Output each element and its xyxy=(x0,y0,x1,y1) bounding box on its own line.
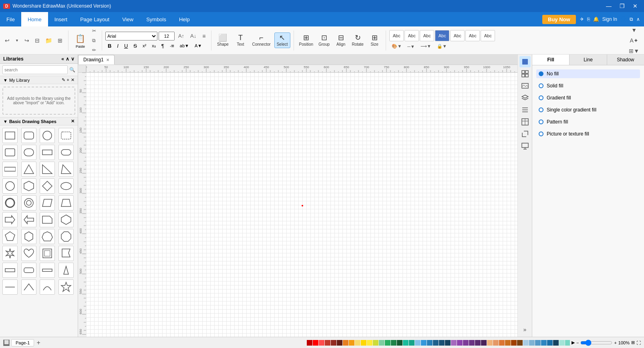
palette-color-a04000[interactable] xyxy=(511,340,517,346)
shape-rect-cut[interactable] xyxy=(40,212,55,227)
palette-color-85c1e9[interactable] xyxy=(415,340,421,346)
right-icon-table[interactable] xyxy=(519,116,531,127)
search-input[interactable] xyxy=(2,65,68,74)
shape-triangle1[interactable] xyxy=(21,162,36,177)
shape-arrow-tri2[interactable] xyxy=(21,212,36,227)
shape-rect-frame[interactable] xyxy=(40,246,55,261)
palette-color-922b21[interactable] xyxy=(331,340,336,346)
account-icon[interactable]: 👤 xyxy=(620,16,626,22)
shape-stadium[interactable] xyxy=(58,145,74,160)
close-shapes-button[interactable]: ✕ xyxy=(71,119,74,124)
fit-page-button[interactable]: ⊞ xyxy=(631,340,635,345)
palette-color-f39c12[interactable] xyxy=(349,340,354,346)
sign-in-label[interactable]: Sign In xyxy=(602,16,617,22)
palette-color-17a589[interactable] xyxy=(409,340,415,346)
tab-shadow[interactable]: Shadow xyxy=(607,55,644,65)
paste-button[interactable]: 📋 xyxy=(72,32,89,45)
shape-diamond[interactable] xyxy=(40,178,55,194)
palette-color-f0b27a[interactable] xyxy=(487,340,493,346)
bold-button[interactable]: B xyxy=(105,42,114,50)
text-tool-button[interactable]: T Text xyxy=(232,33,248,48)
shapes-arrow[interactable]: ▼ xyxy=(3,119,8,124)
palette-color-4a235a[interactable] xyxy=(481,340,487,346)
right-icon-layers[interactable] xyxy=(519,92,531,103)
open-button[interactable]: 📁 xyxy=(43,36,54,45)
fill-color-button[interactable]: 🎨▼ xyxy=(389,42,404,51)
fill-option-none[interactable]: No fill xyxy=(536,69,640,78)
titlebar-controls[interactable]: — ❐ ✕ xyxy=(603,2,641,10)
style-swatch-1[interactable]: Abc xyxy=(389,30,404,41)
my-library-arrow[interactable]: ▼ xyxy=(3,78,8,83)
bullets-button[interactable]: ·≡ xyxy=(167,42,177,50)
scroll-up-button[interactable]: ∧ xyxy=(66,56,69,62)
menu-file[interactable]: File xyxy=(0,12,21,26)
shape-ring[interactable] xyxy=(21,195,36,210)
palette-color-1abc9c[interactable] xyxy=(403,340,409,346)
format-painter-button[interactable]: ✏ xyxy=(90,46,99,55)
palette-color-2e86c1[interactable] xyxy=(541,340,547,346)
fill-option-picture[interactable]: Picture or texture fill xyxy=(536,129,640,138)
shape-hexagon6[interactable] xyxy=(21,229,36,244)
scroll-down-button[interactable]: ∨ xyxy=(71,56,74,62)
page-tab-1[interactable]: Page-1 xyxy=(11,339,34,346)
tab-line[interactable]: Line xyxy=(570,55,607,65)
palette-color-a9cce3[interactable] xyxy=(523,340,529,346)
size-button[interactable]: ⊞ Size xyxy=(366,33,382,48)
palette-color-e59866[interactable] xyxy=(493,340,499,346)
effects-button[interactable]: A✦ xyxy=(626,36,642,45)
undo-button[interactable]: ↩ xyxy=(2,36,12,45)
palette-color-641e16[interactable] xyxy=(337,340,342,346)
zoom-in-button[interactable]: + xyxy=(614,340,616,345)
fill-option-gradient[interactable]: Gradient fill xyxy=(536,93,640,102)
shape-ellipse[interactable] xyxy=(58,178,74,194)
style-swatch-2[interactable]: Abc xyxy=(405,30,419,41)
position-button[interactable]: ⊞ Position xyxy=(297,33,316,48)
fill-option-pattern[interactable]: Pattern fill xyxy=(536,117,640,126)
palette-color-f7dc6f[interactable] xyxy=(355,340,360,346)
extensions-icon[interactable]: ⧉ xyxy=(630,16,633,22)
palette-color-ffd700[interactable] xyxy=(361,340,366,346)
palette-color-3498db[interactable] xyxy=(421,340,427,346)
more-undo-button[interactable]: ⊞ xyxy=(55,36,65,45)
right-icon-image[interactable] xyxy=(519,80,531,91)
shape-star6[interactable] xyxy=(2,246,18,261)
share-icon[interactable]: ⎘ xyxy=(587,16,590,22)
cut-button[interactable]: ✂ xyxy=(90,26,99,35)
edit-library-button[interactable]: ✎ xyxy=(62,77,65,83)
align-button[interactable]: ⊟ Align xyxy=(333,33,349,48)
font-family-select[interactable]: Arial xyxy=(105,32,157,40)
italic-button[interactable]: I xyxy=(115,42,121,50)
palette-color-5b2c6f[interactable] xyxy=(475,340,481,346)
shape-diamond2[interactable] xyxy=(58,212,74,227)
palette-color-1f618d[interactable] xyxy=(433,340,439,346)
shape-triangle3[interactable] xyxy=(58,162,74,177)
shape-circle2[interactable] xyxy=(2,195,18,210)
shape-rounded-rect[interactable] xyxy=(21,128,36,143)
palette-color-5499c7[interactable] xyxy=(535,340,541,346)
add-page-button[interactable]: + xyxy=(36,339,40,346)
highlight-dropdown[interactable]: A▼ xyxy=(192,42,204,49)
group-button[interactable]: ⊡ Group xyxy=(316,33,332,48)
shape-hexagon[interactable] xyxy=(21,178,36,194)
shape-rectangle[interactable] xyxy=(2,128,18,143)
collapse-libraries-button[interactable]: « xyxy=(61,56,64,62)
shape-triangle2[interactable] xyxy=(40,162,55,177)
palette-color-784212[interactable] xyxy=(517,340,523,346)
font-decrease-button[interactable]: A↓ xyxy=(188,31,199,40)
shape-star5[interactable] xyxy=(58,279,74,295)
right-icon-presentation[interactable] xyxy=(519,140,531,152)
palette-color-7dcea0[interactable] xyxy=(379,340,384,346)
shape-octagon[interactable] xyxy=(58,229,74,244)
style-swatch-3[interactable]: Abc xyxy=(420,30,434,41)
strikethrough-button[interactable]: S xyxy=(131,42,139,50)
style-swatch-4[interactable]: Abc xyxy=(435,30,449,41)
right-icon-list[interactable] xyxy=(519,104,531,115)
arrange-more-button[interactable]: ⊞▼ xyxy=(626,46,642,56)
palette-color-ca6f1e[interactable] xyxy=(505,340,511,346)
zoom-out-button[interactable]: − xyxy=(576,340,579,345)
font-increase-button[interactable]: A↑ xyxy=(176,31,187,40)
right-icon-crop[interactable] xyxy=(519,128,531,140)
palette-color-76d7c4[interactable] xyxy=(565,340,570,346)
copy-button[interactable]: ⧉ xyxy=(90,36,99,45)
palette-color-154360[interactable] xyxy=(553,340,559,346)
